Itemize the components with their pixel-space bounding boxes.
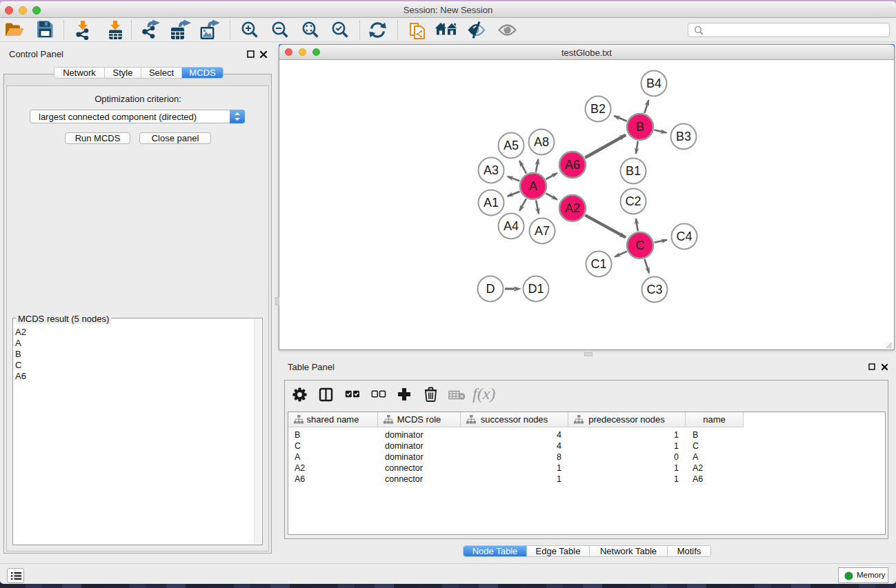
svg-text:A1: A1 bbox=[484, 196, 499, 210]
svg-text:B4: B4 bbox=[646, 77, 661, 90]
svg-text:B: B bbox=[636, 120, 644, 134]
svg-text:A7: A7 bbox=[535, 224, 550, 238]
svg-text:B1: B1 bbox=[626, 164, 641, 178]
svg-text:A2: A2 bbox=[565, 201, 580, 215]
svg-text:D1: D1 bbox=[528, 282, 544, 296]
svg-text:C: C bbox=[636, 239, 645, 252]
svg-text:A4: A4 bbox=[504, 219, 519, 233]
svg-text:B2: B2 bbox=[590, 102, 606, 116]
svg-text:C2: C2 bbox=[625, 194, 641, 208]
svg-text:A6: A6 bbox=[565, 158, 580, 172]
svg-text:C1: C1 bbox=[590, 257, 606, 271]
svg-text:A3: A3 bbox=[484, 163, 499, 177]
svg-text:D: D bbox=[486, 282, 495, 296]
svg-text:B3: B3 bbox=[676, 130, 691, 143]
svg-text:A: A bbox=[529, 179, 537, 193]
svg-text:A8: A8 bbox=[534, 135, 549, 149]
svg-text:A5: A5 bbox=[504, 139, 519, 152]
svg-text:C4: C4 bbox=[676, 230, 692, 243]
svg-text:C3: C3 bbox=[646, 283, 662, 296]
